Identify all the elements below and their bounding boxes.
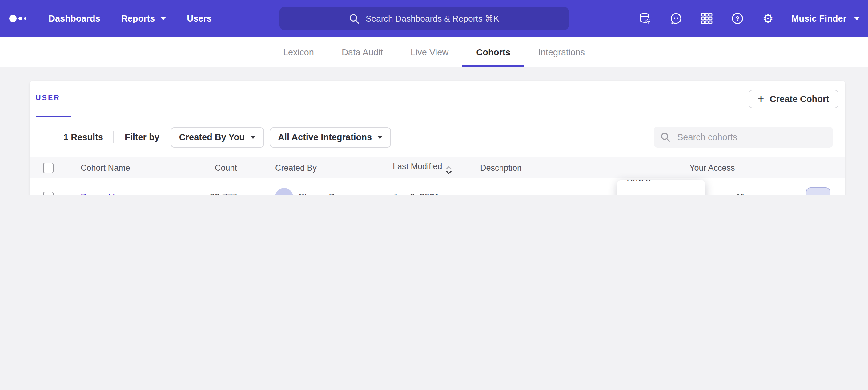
sort-icon bbox=[446, 166, 452, 174]
svg-text:?: ? bbox=[735, 15, 739, 23]
col-description[interactable]: Description bbox=[480, 163, 522, 172]
chevron-down-icon bbox=[377, 136, 382, 139]
settings-gear-icon[interactable]: ⚙ bbox=[761, 11, 775, 26]
cohort-search-box[interactable] bbox=[654, 127, 833, 148]
create-cohort-button[interactable]: + Create Cohort bbox=[749, 90, 838, 108]
filter-toolbar: 1 Results Filter by Created By You All A… bbox=[30, 118, 845, 157]
col-your-access[interactable]: Your Access bbox=[689, 163, 735, 172]
active-tab-underline bbox=[462, 65, 525, 67]
table-header: Cohort Name Count Created By Last Modifi… bbox=[30, 157, 845, 178]
tab-cohorts[interactable]: Cohorts bbox=[475, 37, 512, 67]
select-all-checkbox[interactable] bbox=[43, 162, 54, 173]
avatar: SB bbox=[275, 188, 293, 195]
feedback-chat-icon[interactable] bbox=[668, 11, 683, 26]
app-window: Dashboards Reports Users Search Dashboar… bbox=[0, 0, 868, 195]
project-selector[interactable]: Music Finder bbox=[792, 13, 860, 23]
section-tabbar: Lexicon Data Audit Live View Cohorts Int… bbox=[0, 37, 868, 67]
nav-dashboards[interactable]: Dashboards bbox=[49, 13, 100, 23]
created-by-name: Steven Baum bbox=[299, 192, 352, 195]
chevron-down-icon bbox=[250, 136, 255, 139]
last-modified-date: Jan 6, 2021 bbox=[393, 192, 439, 195]
cohort-count: 22,777 bbox=[210, 192, 237, 195]
top-navbar: Dashboards Reports Users Search Dashboar… bbox=[0, 0, 868, 37]
page-content: USER + Create Cohort 1 Results Filter by… bbox=[0, 67, 868, 195]
help-icon[interactable]: ? bbox=[730, 11, 745, 26]
data-management-icon[interactable] bbox=[638, 11, 652, 26]
row-checkbox[interactable] bbox=[43, 191, 54, 195]
search-icon bbox=[660, 132, 671, 142]
export-destinations-menu: Braze Facebook Ads Google Adwords Iterab… bbox=[617, 180, 706, 195]
menu-item-braze[interactable]: Braze bbox=[617, 180, 706, 189]
tab-integrations[interactable]: Integrations bbox=[537, 37, 586, 67]
mixpanel-dots-logo[interactable] bbox=[9, 15, 31, 22]
apps-grid-icon[interactable] bbox=[699, 11, 714, 26]
cohort-search-input[interactable] bbox=[676, 132, 817, 143]
tab-data-audit[interactable]: Data Audit bbox=[340, 37, 384, 67]
cohorts-card: USER + Create Cohort 1 Results Filter by… bbox=[30, 80, 845, 195]
your-access-value-partial: er bbox=[736, 191, 744, 195]
global-search-placeholder: Search Dashboards & Reports ⌘K bbox=[366, 13, 499, 23]
col-last-modified[interactable]: Last Modified bbox=[393, 161, 452, 174]
integrations-filter[interactable]: All Active Integrations bbox=[269, 127, 391, 147]
tab-user-cohorts[interactable]: USER bbox=[36, 94, 60, 101]
cohort-name-link[interactable]: Power Users bbox=[81, 192, 132, 195]
chevron-down-icon bbox=[854, 17, 860, 20]
col-cohort-name[interactable]: Cohort Name bbox=[81, 163, 130, 172]
results-count: 1 Results bbox=[63, 132, 103, 142]
nav-reports[interactable]: Reports bbox=[121, 13, 166, 23]
plus-icon: + bbox=[758, 93, 764, 104]
col-created-by[interactable]: Created By bbox=[275, 163, 317, 172]
tab-lexicon[interactable]: Lexicon bbox=[282, 37, 315, 67]
row-actions-button[interactable] bbox=[806, 187, 831, 195]
tab-live-view[interactable]: Live View bbox=[409, 37, 450, 67]
filter-by-label: Filter by bbox=[125, 132, 159, 142]
nav-users[interactable]: Users bbox=[187, 13, 212, 23]
col-count[interactable]: Count bbox=[215, 163, 237, 172]
created-by-filter[interactable]: Created By You bbox=[170, 127, 264, 147]
menu-item-facebook-ads[interactable]: Facebook Ads bbox=[617, 192, 706, 195]
project-name: Music Finder bbox=[792, 13, 846, 23]
table-row[interactable]: Power Users 22,777 SB Steven Baum Jan 6,… bbox=[30, 178, 845, 195]
global-search-button[interactable]: Search Dashboards & Reports ⌘K bbox=[279, 7, 569, 30]
chevron-down-icon bbox=[160, 17, 166, 20]
search-icon bbox=[349, 13, 360, 24]
ellipsis-icon bbox=[809, 194, 814, 195]
cohort-type-tabs: USER + Create Cohort bbox=[30, 80, 845, 118]
divider bbox=[114, 131, 114, 143]
